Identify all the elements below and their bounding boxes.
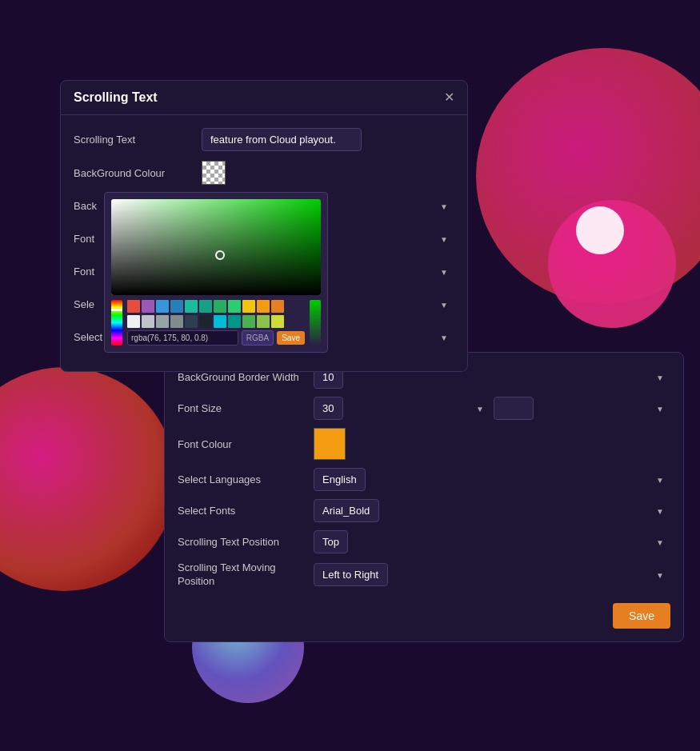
scrolling-moving-label: Scrolling Text Moving Position xyxy=(178,561,314,589)
swatch-color[interactable] xyxy=(199,315,212,328)
swatch-color[interactable] xyxy=(185,315,198,328)
scrolling-position-select[interactable]: Top xyxy=(314,530,348,553)
swatch-color[interactable] xyxy=(257,315,270,328)
color-picker-popup: RGBA Save xyxy=(104,192,328,353)
select-languages-wrapper: English xyxy=(314,468,670,491)
font-size-label: Font Size xyxy=(178,402,314,414)
bg-decoration-3 xyxy=(548,200,676,328)
save-button[interactable]: Save xyxy=(613,603,670,629)
rgba-row: RGBA Save xyxy=(127,330,305,346)
scrolling-text-row: Scrolling Text xyxy=(74,128,454,151)
font-size-extra-wrapper xyxy=(494,397,670,420)
color-save-button[interactable]: Save xyxy=(277,331,305,345)
scrolling-moving-select[interactable]: Left to Right xyxy=(314,563,388,586)
scrolling-moving-wrapper: Left to Right xyxy=(314,563,670,586)
dialog-header: Scrolling Text ✕ xyxy=(61,81,467,115)
swatch-row-1 xyxy=(127,300,305,313)
font-size-select[interactable]: 30 xyxy=(314,397,343,420)
swatch-color[interactable] xyxy=(170,300,183,313)
bg-decoration-white xyxy=(576,206,624,254)
settings-panel: BackGround Border Width 10 Font Size 30 … xyxy=(164,352,684,642)
swatch-color[interactable] xyxy=(242,300,255,313)
swatch-color[interactable] xyxy=(156,315,169,328)
scrolling-position-row: Scrolling Text Position Top xyxy=(178,530,670,553)
font-colour-row: Font Colour xyxy=(178,428,670,460)
swatch-color[interactable] xyxy=(142,300,154,313)
hue-strip[interactable] xyxy=(111,300,122,346)
swatch-row-2 xyxy=(127,315,305,328)
scrolling-text-input[interactable] xyxy=(202,128,362,151)
font-colour-label: Font Colour xyxy=(178,438,314,450)
close-button[interactable]: ✕ xyxy=(444,91,454,104)
select-fonts-panel2-row: Select Fonts Arial_Bold xyxy=(178,499,670,522)
swatch-color[interactable] xyxy=(271,315,284,328)
swatch-color[interactable] xyxy=(228,300,241,313)
bg-colour-row: BackGround Colour xyxy=(74,161,454,185)
swatch-color[interactable] xyxy=(142,315,154,328)
font-colour-swatch[interactable] xyxy=(314,428,346,460)
swatch-color[interactable] xyxy=(271,300,284,313)
swatch-color[interactable] xyxy=(257,300,270,313)
swatch-color[interactable] xyxy=(214,300,226,313)
bg-colour-swatch[interactable] xyxy=(202,161,226,185)
picker-bottom: RGBA Save xyxy=(111,300,321,346)
save-row: Save xyxy=(178,597,670,629)
select-languages-row: Select Languages English xyxy=(178,468,670,491)
rgba-input[interactable] xyxy=(127,330,238,346)
swatch-color[interactable] xyxy=(242,315,255,328)
scrolling-moving-row: Scrolling Text Moving Position Left to R… xyxy=(178,561,670,589)
swatch-color[interactable] xyxy=(199,300,212,313)
swatch-color[interactable] xyxy=(214,315,226,328)
dialog-title: Scrolling Text xyxy=(74,90,158,105)
swatch-color[interactable] xyxy=(156,300,169,313)
swatch-color[interactable] xyxy=(170,315,183,328)
hue-marker xyxy=(111,309,122,311)
swatch-color[interactable] xyxy=(127,300,140,313)
rgba-button[interactable]: RGBA xyxy=(242,330,274,346)
bg-border-width-label: BackGround Border Width xyxy=(178,371,314,383)
scrolling-text-label: Scrolling Text xyxy=(74,134,202,146)
select-fonts-panel2-wrapper: Arial_Bold xyxy=(314,499,670,522)
select-fonts-panel2-label: Select Fonts xyxy=(178,505,314,517)
color-picker-circle[interactable] xyxy=(215,250,225,260)
swatches-area: RGBA Save xyxy=(127,300,305,346)
font-size-extra-select[interactable] xyxy=(494,397,534,420)
color-gradient-area[interactable] xyxy=(111,199,321,295)
gradient-dark-overlay xyxy=(111,199,321,295)
font-size-row: Font Size 30 xyxy=(178,397,670,420)
opacity-strip[interactable] xyxy=(310,300,321,346)
swatch-color[interactable] xyxy=(185,300,198,313)
scrolling-position-label: Scrolling Text Position xyxy=(178,536,314,548)
select-languages-select[interactable]: English xyxy=(314,468,366,491)
bg-colour-label: BackGround Colour xyxy=(74,167,202,179)
swatch-color[interactable] xyxy=(127,315,140,328)
scrolling-position-wrapper: Top xyxy=(314,530,670,553)
select-fonts-panel2-select[interactable]: Arial_Bold xyxy=(314,499,379,522)
bg-decoration-2 xyxy=(0,367,176,591)
font-size-wrapper: 30 xyxy=(314,397,490,420)
swatch-color[interactable] xyxy=(228,315,241,328)
bg-decoration-1 xyxy=(476,48,700,304)
select-languages-label: Select Languages xyxy=(178,473,314,485)
